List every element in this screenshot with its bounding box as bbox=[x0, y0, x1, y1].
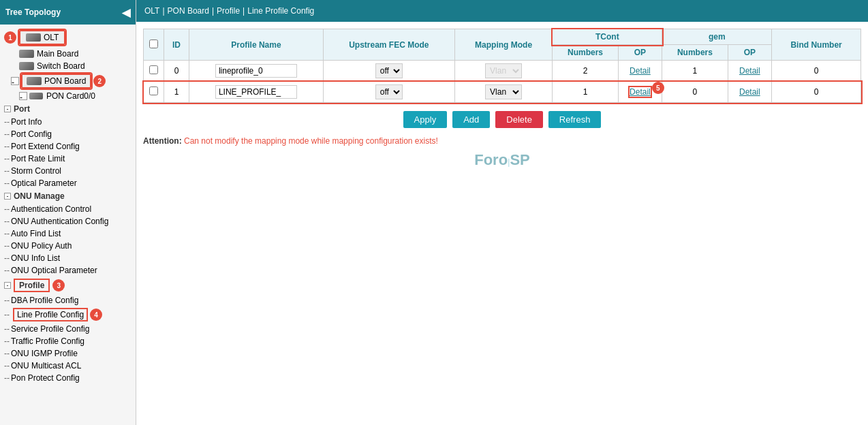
row-checkbox[interactable] bbox=[149, 86, 158, 95]
fec-select[interactable]: offon bbox=[375, 84, 403, 99]
row-profile-name bbox=[189, 61, 324, 82]
onu-optical-item[interactable]: --ONU Optical Parameter bbox=[0, 264, 136, 277]
line-profile-label: Line Profile Config bbox=[17, 310, 84, 319]
auto-find-item[interactable]: --Auto Find List bbox=[0, 227, 136, 240]
row-id: 1 bbox=[164, 82, 189, 103]
storm-control-item[interactable]: --Storm Control bbox=[0, 165, 136, 177]
traffic-profile-label: Traffic Profile Config bbox=[11, 336, 84, 346]
table-row: 1 offon VlanGEMTLS 1 Detail 5 0 Detail 0 bbox=[144, 82, 861, 103]
action-buttons: Apply Add Delete Refresh bbox=[143, 111, 861, 128]
port-rate-label: Port Rate Limit bbox=[11, 154, 65, 163]
port-config-item[interactable]: --Port Config bbox=[0, 128, 136, 140]
gem-detail-link[interactable]: Detail bbox=[739, 87, 760, 97]
watermark: Foro|SP bbox=[143, 151, 861, 169]
pon-card-toggle[interactable]: - bbox=[19, 92, 27, 100]
main-board-icon bbox=[19, 50, 34, 58]
attention-highlight: Can not modify the mapping mode while ma… bbox=[184, 136, 438, 146]
port-section-header: - Port bbox=[0, 102, 136, 116]
line-profile-row: -- Line Profile Config 4 bbox=[0, 306, 136, 323]
pon-card-icon bbox=[29, 93, 43, 99]
onu-auth-config-item[interactable]: --ONU Authentication Config bbox=[0, 215, 136, 227]
olt-item[interactable]: OLT bbox=[19, 30, 65, 45]
row-bind-number: 0 bbox=[772, 61, 861, 82]
collapse-arrow[interactable]: ◀ bbox=[122, 6, 130, 19]
row-gem-numbers: 1 bbox=[662, 61, 728, 82]
tcont-numbers-header: Numbers bbox=[553, 45, 618, 61]
row-bind-number: 0 bbox=[772, 82, 861, 103]
dba-profile-label: DBA Profile Config bbox=[11, 296, 78, 305]
mapping-select[interactable]: VlanGEMTLS bbox=[485, 84, 522, 99]
row-tcont-op: Detail 5 bbox=[618, 82, 662, 103]
apply-button[interactable]: Apply bbox=[403, 111, 448, 128]
delete-button[interactable]: Delete bbox=[495, 111, 543, 128]
main-board-item[interactable]: Main Board bbox=[0, 48, 136, 60]
port-info-label: Port Info bbox=[11, 117, 42, 127]
breadcrumb-olt[interactable]: OLT bbox=[144, 6, 159, 16]
profile-name-input[interactable] bbox=[215, 85, 297, 99]
config-table: ID Profile Name Upstream FEC Mode Mappin… bbox=[143, 29, 861, 103]
tcont-detail-link[interactable]: Detail bbox=[630, 87, 651, 97]
add-button[interactable]: Add bbox=[452, 111, 490, 128]
tcont-op-header: OP bbox=[618, 45, 662, 61]
onu-igmp-item[interactable]: --ONU IGMP Profile bbox=[0, 347, 136, 360]
badge-1: 1 bbox=[4, 31, 16, 44]
pon-board-icon bbox=[27, 77, 42, 85]
onu-multicast-label: ONU Multicast ACL bbox=[11, 361, 81, 371]
profile-toggle[interactable]: - bbox=[4, 282, 11, 289]
onu-info-label: ONU Info List bbox=[11, 253, 60, 263]
switch-board-item[interactable]: Switch Board bbox=[0, 60, 136, 72]
port-rate-item[interactable]: --Port Rate Limit bbox=[0, 153, 136, 165]
sidebar-header: Tree Topology ◀ bbox=[0, 0, 136, 25]
pon-protect-label: Pon Protect Config bbox=[11, 373, 80, 383]
pon-card-row: - PON Card0/0 bbox=[0, 90, 136, 102]
line-profile-box[interactable]: Line Profile Config bbox=[13, 308, 88, 321]
row-fec: offon bbox=[323, 82, 454, 103]
badge-3: 3 bbox=[52, 279, 65, 292]
profile-section-header: - Profile 3 bbox=[0, 277, 136, 294]
fec-select[interactable]: offon bbox=[375, 63, 403, 78]
port-info-item[interactable]: --Port Info bbox=[0, 116, 136, 128]
row-tcont-numbers: 1 bbox=[553, 82, 618, 103]
storm-control-label: Storm Control bbox=[11, 166, 61, 176]
profile-name-input[interactable] bbox=[215, 64, 297, 78]
onu-multicast-item[interactable]: --ONU Multicast ACL bbox=[0, 360, 136, 372]
tcont-detail-link[interactable]: Detail bbox=[630, 66, 651, 76]
port-toggle[interactable]: - bbox=[4, 106, 11, 112]
pon-board-row: - PON Board 2 bbox=[0, 72, 136, 90]
switch-board-label: Switch Board bbox=[37, 61, 85, 71]
onu-manage-toggle[interactable]: - bbox=[4, 193, 11, 200]
sep-3: | bbox=[243, 6, 245, 16]
breadcrumb-pon-board[interactable]: PON Board bbox=[168, 6, 209, 16]
gem-detail-link[interactable]: Detail bbox=[739, 66, 760, 76]
row-gem-numbers: 0 bbox=[662, 82, 728, 103]
row-checkbox-cell bbox=[144, 61, 164, 82]
mapping-select[interactable]: VlanGEMTLS bbox=[485, 63, 522, 78]
traffic-profile-item[interactable]: --Traffic Profile Config bbox=[0, 335, 136, 347]
row-checkbox[interactable] bbox=[149, 65, 158, 74]
pon-protect-item[interactable]: --Pon Protect Config bbox=[0, 372, 136, 384]
tcont-header: TCont bbox=[553, 29, 662, 45]
pon-board-item[interactable]: PON Board bbox=[21, 74, 91, 89]
port-config-label: Port Config bbox=[11, 129, 52, 139]
upstream-fec-header: Upstream FEC Mode bbox=[323, 29, 454, 61]
optical-param-item[interactable]: --Optical Parameter bbox=[0, 177, 136, 189]
gem-op-header: OP bbox=[728, 45, 772, 61]
gem-header: gem bbox=[662, 29, 772, 45]
port-extend-item[interactable]: --Port Extend Config bbox=[0, 140, 136, 153]
row-tcont-op: Detail bbox=[618, 61, 662, 82]
select-all-checkbox[interactable] bbox=[149, 40, 158, 48]
auth-control-label: Authentication Control bbox=[11, 204, 91, 214]
auth-control-item[interactable]: --Authentication Control bbox=[0, 203, 136, 215]
breadcrumb-profile[interactable]: Profile bbox=[217, 6, 240, 16]
port-section-label: Port bbox=[14, 104, 30, 114]
service-profile-item[interactable]: --Service Profile Config bbox=[0, 323, 136, 335]
onu-policy-item[interactable]: --ONU Policy Auth bbox=[0, 240, 136, 252]
pon-board-toggle[interactable]: - bbox=[11, 77, 19, 85]
dba-profile-item[interactable]: --DBA Profile Config bbox=[0, 294, 136, 306]
refresh-button[interactable]: Refresh bbox=[548, 111, 602, 128]
onu-manage-label: ONU Manage bbox=[14, 191, 65, 201]
onu-info-item[interactable]: --ONU Info List bbox=[0, 252, 136, 264]
onu-igmp-label: ONU IGMP Profile bbox=[11, 349, 78, 358]
optical-param-label: Optical Parameter bbox=[11, 178, 77, 188]
badge-4: 4 bbox=[90, 309, 102, 321]
